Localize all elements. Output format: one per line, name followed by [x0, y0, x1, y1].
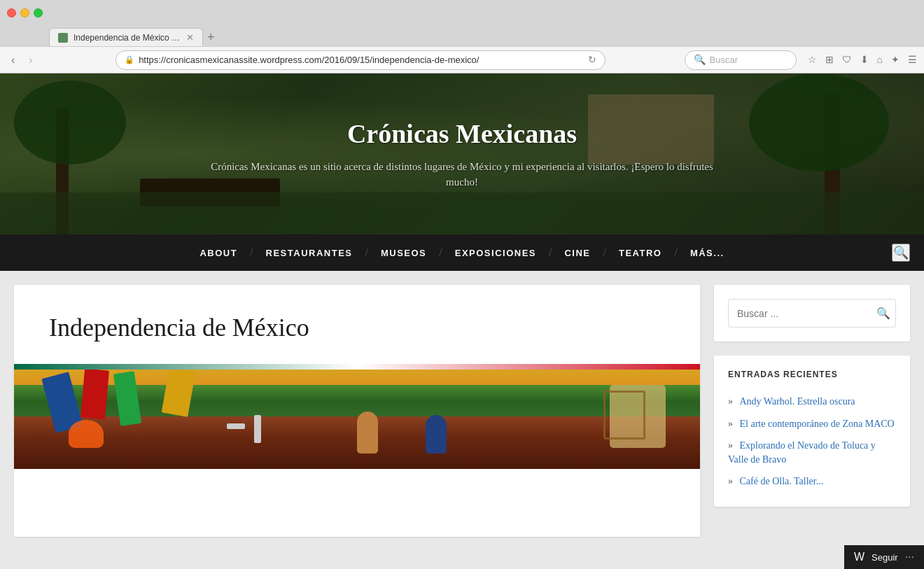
recent-entries-title: ENTRADAS RECIENTES: [728, 370, 896, 379]
active-tab[interactable]: Independencia de México – C ✕: [49, 28, 203, 46]
recent-entries-widget: ENTRADAS RECIENTES » Andy Warhol. Estrel…: [714, 356, 910, 507]
recent-entry-link-3[interactable]: Explorando el Nevado de Toluca y Valle d…: [728, 440, 876, 465]
sidebar-search-box: 🔍: [728, 299, 896, 328]
nav-search-button[interactable]: 🔍: [892, 244, 910, 262]
nav-museos[interactable]: MUSEOS: [368, 248, 439, 258]
list-item: » Café de Olla. Taller...: [728, 470, 896, 493]
download-icon[interactable]: ⬇: [860, 54, 869, 66]
nav-restaurantes[interactable]: RESTAURANTES: [253, 248, 365, 258]
mural-background: [14, 364, 700, 469]
nav-teatro[interactable]: TEATRO: [606, 248, 674, 258]
sidebar-search-widget: 🔍: [714, 285, 910, 342]
reader-icon[interactable]: ⊞: [825, 54, 834, 66]
recent-entry-link-1[interactable]: Andy Warhol. Estrella oscura: [740, 396, 855, 407]
bookmark-icon[interactable]: ☆: [808, 54, 817, 66]
extension-icon[interactable]: ✦: [891, 54, 899, 66]
wordpress-logo: W: [854, 551, 864, 563]
entry-arrow-icon: »: [728, 476, 733, 486]
forward-button[interactable]: ›: [24, 52, 36, 68]
title-bar: [0, 0, 924, 25]
back-button[interactable]: ‹: [7, 52, 19, 68]
toolbar-icons: ☆ ⊞ 🛡 ⬇ ⌂ ✦ ☰: [808, 54, 917, 66]
browser-search-placeholder: Buscar: [710, 55, 738, 65]
hero-overlay: Crónicas Mexicanas Crónicas Mexicanas es…: [0, 73, 924, 234]
site-title: Crónicas Mexicanas: [347, 118, 577, 149]
mural-cross-v: [254, 415, 261, 443]
nav-exposiciones[interactable]: EXPOSICIONES: [442, 248, 549, 258]
recent-entries-list: » Andy Warhol. Estrella oscura » El arte…: [728, 391, 896, 493]
list-item: » Andy Warhol. Estrella oscura: [728, 391, 896, 413]
site-subtitle: Crónicas Mexicanas es un sitio acerca de…: [196, 159, 728, 190]
url-box[interactable]: 🔒 https://cronicasmexicanassite.wordpres…: [115, 50, 606, 70]
maximize-window-button[interactable]: [34, 8, 43, 17]
follow-label[interactable]: Seguir: [872, 552, 898, 563]
tab-close-button[interactable]: ✕: [186, 32, 194, 43]
shield-icon[interactable]: 🛡: [842, 55, 852, 66]
mural-figure-2: [426, 415, 447, 454]
new-tab-button[interactable]: +: [203, 30, 219, 45]
tab-title: Independencia de México – C: [74, 33, 181, 43]
main-area: Independencia de México: [0, 271, 924, 551]
post-content: Independencia de México: [14, 285, 700, 343]
wp-follow-bar: W Seguir ···: [844, 545, 924, 569]
nav-about[interactable]: ABOUT: [187, 248, 250, 258]
post-featured-image: [14, 364, 700, 469]
mural-cross-h: [227, 423, 245, 429]
mural-banner: [14, 364, 700, 370]
mural-figure-1: [357, 412, 378, 454]
menu-icon[interactable]: ☰: [908, 54, 917, 66]
entry-arrow-icon: »: [728, 419, 733, 429]
browser-chrome: Independencia de México – C ✕ + ‹ › 🔒 ht…: [0, 0, 924, 73]
minimize-window-button[interactable]: [20, 8, 29, 17]
content-area: Independencia de México: [14, 285, 700, 537]
sidebar-search-button[interactable]: 🔍: [868, 300, 896, 327]
browser-search-box[interactable]: 🔍 Buscar: [685, 50, 797, 70]
sidebar-search-input[interactable]: [729, 301, 868, 326]
recent-entry-link-4[interactable]: Café de Olla. Taller...: [740, 476, 824, 486]
sidebar: 🔍 ENTRADAS RECIENTES » Andy Warhol. Estr…: [714, 285, 910, 537]
url-text: https://cronicasmexicanassite.wordpress.…: [139, 55, 580, 65]
home-icon[interactable]: ⌂: [877, 55, 883, 66]
tab-favicon: [58, 33, 68, 43]
search-icon: 🔍: [694, 54, 706, 66]
reload-icon[interactable]: ↻: [588, 54, 596, 66]
nav-mas[interactable]: MÁS...: [678, 248, 737, 258]
mural-flag-2: [80, 368, 109, 419]
address-bar: ‹ › 🔒 https://cronicasmexicanassite.word…: [0, 46, 924, 73]
mural-emblem-border: [603, 391, 645, 440]
hero-section: Crónicas Mexicanas Crónicas Mexicanas es…: [0, 73, 924, 234]
close-window-button[interactable]: [7, 8, 16, 17]
post-title: Independencia de México: [49, 313, 665, 343]
recent-entry-link-2[interactable]: El arte contemporáneo de Zona MACO: [740, 419, 895, 429]
entry-arrow-icon: »: [728, 396, 733, 407]
wp-more-button[interactable]: ···: [905, 551, 914, 563]
nav-cine[interactable]: CINE: [552, 248, 603, 258]
main-navigation: ABOUT / RESTAURANTES / MUSEOS / EXPOSICI…: [0, 234, 924, 271]
list-item: » El arte contemporáneo de Zona MACO: [728, 413, 896, 435]
mural-fire: [69, 420, 104, 448]
list-item: » Explorando el Nevado de Toluca y Valle…: [728, 435, 896, 470]
security-icon: 🔒: [125, 55, 134, 64]
traffic-lights: [7, 8, 43, 17]
entry-arrow-icon: »: [728, 440, 733, 451]
